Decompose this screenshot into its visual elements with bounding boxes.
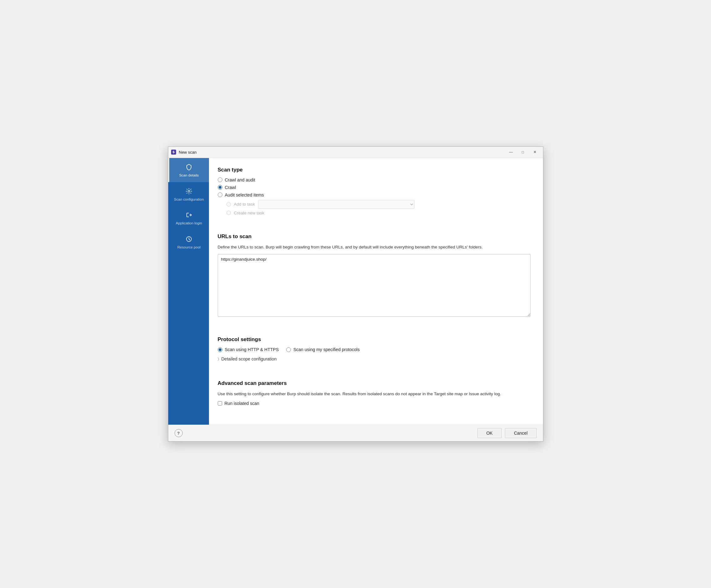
detailed-scope-toggle[interactable]: 〉 Detailed scope configuration xyxy=(218,356,531,361)
http-https-label: Scan using HTTP & HTTPS xyxy=(225,347,279,352)
crawl-and-audit-radio[interactable] xyxy=(218,177,222,182)
audit-selected-radio[interactable] xyxy=(218,192,222,197)
sidebar-item-application-login-label: Application login xyxy=(176,221,202,226)
specified-protocols-label: Scan using my specified protocols xyxy=(294,347,360,352)
http-https-radio[interactable] xyxy=(218,348,222,352)
urls-title: URLs to scan xyxy=(218,233,531,240)
crawl-radio[interactable] xyxy=(218,185,222,190)
advanced-scan-section: Advanced scan parameters Use this settin… xyxy=(218,380,531,406)
add-to-task-label: Add to task xyxy=(234,202,255,207)
application-login-icon xyxy=(186,212,192,219)
sidebar-item-resource-pool[interactable]: Resource pool xyxy=(168,230,209,254)
audit-selected-option[interactable]: Audit selected items xyxy=(218,192,531,197)
create-new-task-label: Create new task xyxy=(234,211,265,215)
detailed-scope-label: Detailed scope configuration xyxy=(221,356,277,361)
http-https-option[interactable]: Scan using HTTP & HTTPS xyxy=(218,347,279,352)
run-isolated-scan-option[interactable]: Run isolated scan xyxy=(218,401,531,406)
titlebar: New scan — □ ✕ xyxy=(168,147,543,158)
protocol-settings-section: Protocol settings Scan using HTTP & HTTP… xyxy=(218,336,531,361)
sidebar-item-scan-configuration-label: Scan configuration xyxy=(174,197,203,202)
specified-protocols-radio[interactable] xyxy=(286,348,291,352)
specified-protocols-option[interactable]: Scan using my specified protocols xyxy=(286,347,360,352)
sidebar-item-scan-configuration[interactable]: Scan configuration xyxy=(168,182,209,206)
scope-chevron-icon: 〉 xyxy=(218,357,219,361)
sidebar-item-scan-details[interactable]: Scan details xyxy=(168,158,209,182)
crawl-and-audit-option[interactable]: Crawl and audit xyxy=(218,177,531,183)
close-button[interactable]: ✕ xyxy=(529,147,540,157)
add-to-task-row: Add to task xyxy=(227,200,531,209)
content-area: Scan type Crawl and audit Crawl Audit se… xyxy=(209,158,543,425)
window-title: New scan xyxy=(179,150,505,154)
scan-details-icon xyxy=(186,164,192,171)
main-content: Scan details Scan configuration xyxy=(168,158,543,425)
footer-left: ? xyxy=(175,429,183,437)
add-to-task-radio xyxy=(227,202,231,207)
crawl-option[interactable]: Crawl xyxy=(218,185,531,190)
create-new-task-radio xyxy=(227,211,231,215)
protocol-title: Protocol settings xyxy=(218,336,531,343)
minimize-button[interactable]: — xyxy=(505,147,517,157)
scan-configuration-icon xyxy=(186,188,192,195)
run-isolated-checkbox[interactable] xyxy=(218,401,222,405)
sidebar-item-scan-details-label: Scan details xyxy=(179,173,199,178)
create-new-task-row: Create new task xyxy=(227,211,531,215)
sub-radio-group: Add to task Create new task xyxy=(227,200,531,215)
sidebar: Scan details Scan configuration xyxy=(168,158,209,425)
task-dropdown xyxy=(258,200,414,209)
crawl-label: Crawl xyxy=(225,185,236,190)
window-controls: — □ ✕ xyxy=(505,147,540,157)
maximize-button[interactable]: □ xyxy=(517,147,529,157)
scan-type-radio-group: Crawl and audit Crawl Audit selected ite… xyxy=(218,177,531,197)
crawl-and-audit-label: Crawl and audit xyxy=(225,177,255,183)
resource-pool-icon xyxy=(186,236,192,244)
footer: ? OK Cancel xyxy=(168,425,543,441)
run-isolated-label: Run isolated scan xyxy=(224,401,259,406)
sidebar-item-application-login[interactable]: Application login xyxy=(168,206,209,230)
svg-point-2 xyxy=(188,190,190,192)
ok-button[interactable]: OK xyxy=(477,428,502,438)
urls-textarea[interactable]: https://ginandjuice.shop/ xyxy=(218,254,531,317)
urls-description: Define the URLs to scan. Burp will begin… xyxy=(218,244,531,250)
urls-section: URLs to scan Define the URLs to scan. Bu… xyxy=(218,233,531,318)
scan-type-section: Scan type Crawl and audit Crawl Audit se… xyxy=(218,167,531,215)
footer-right: OK Cancel xyxy=(477,428,537,438)
advanced-scan-title: Advanced scan parameters xyxy=(218,380,531,386)
advanced-scan-description: Use this setting to configure whether Bu… xyxy=(218,391,531,397)
help-button[interactable]: ? xyxy=(175,429,183,437)
scan-type-title: Scan type xyxy=(218,167,531,173)
sidebar-item-resource-pool-label: Resource pool xyxy=(177,245,200,250)
protocol-radio-group: Scan using HTTP & HTTPS Scan using my sp… xyxy=(218,347,531,352)
audit-selected-label: Audit selected items xyxy=(225,192,264,197)
app-icon xyxy=(171,149,176,155)
cancel-button[interactable]: Cancel xyxy=(505,428,537,438)
window: New scan — □ ✕ Scan details xyxy=(168,146,543,442)
